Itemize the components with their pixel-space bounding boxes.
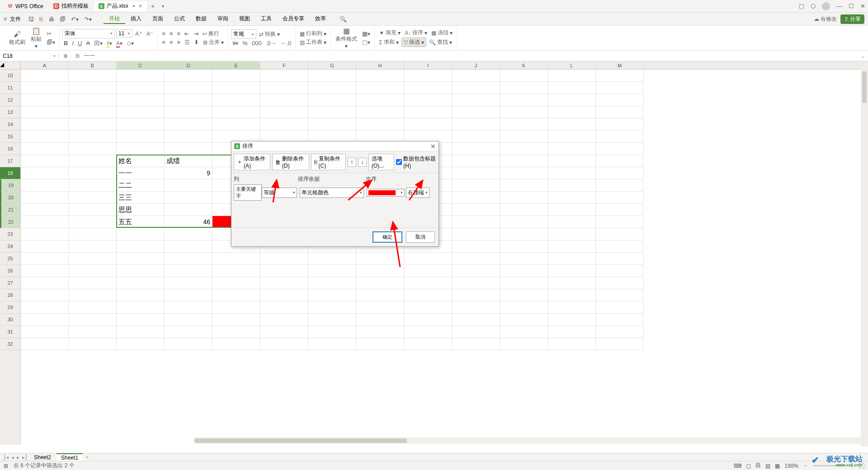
row-header[interactable]: 12 [0,94,20,106]
cell[interactable] [117,314,165,326]
align-middle-icon[interactable]: ≡ [168,30,175,37]
cell[interactable] [212,265,260,277]
cell[interactable] [404,314,452,326]
cell[interactable] [356,301,404,314]
cell[interactable] [500,277,548,289]
row-header[interactable]: 31 [0,326,20,338]
move-up-button[interactable]: ↑ [348,158,356,167]
row-header[interactable]: 18 [0,167,20,179]
cell[interactable] [548,216,596,228]
cell[interactable] [21,240,69,253]
cell[interactable] [21,265,69,277]
ok-button[interactable]: 确定 [373,231,402,243]
cell[interactable] [548,314,596,326]
clear-format-button[interactable]: ◇▾ [125,40,135,47]
preview-icon[interactable]: 🗐 [58,16,67,23]
tab-insert[interactable]: 插入 [125,14,147,24]
cell[interactable] [548,240,596,253]
cell[interactable] [165,228,212,240]
freeze-button[interactable]: ▦冻结▾ [430,29,454,37]
cell[interactable] [356,265,404,277]
cell[interactable] [356,277,404,289]
tab-formula[interactable]: 公式 [169,14,190,24]
cell[interactable]: 二二 [117,179,165,192]
view-break-icon[interactable]: ▦ [775,463,780,469]
cell[interactable] [596,192,644,204]
cell[interactable] [404,338,452,350]
cell[interactable] [308,106,356,118]
cell[interactable] [500,253,548,265]
maximize-button[interactable]: ☐ [849,3,854,9]
export-icon[interactable]: ⎘ [38,16,45,23]
cell[interactable] [596,155,644,167]
sheet-tab[interactable]: Sheet2 [29,454,56,461]
expand-fbar-icon[interactable]: ⌄ [858,53,868,59]
cell[interactable] [260,314,308,326]
close-icon[interactable]: ✕ [138,3,142,9]
cell[interactable] [165,277,212,289]
move-down-button[interactable]: ↓ [358,158,367,167]
cell[interactable] [404,253,452,265]
cell[interactable] [500,131,548,143]
cell[interactable] [596,118,644,131]
cell[interactable] [596,106,644,118]
cell[interactable] [21,106,69,118]
cell[interactable] [548,253,596,265]
cell[interactable] [356,338,404,350]
table-style-icon[interactable]: ▦▾ [361,30,372,37]
cell[interactable] [404,118,452,131]
cell[interactable] [308,265,356,277]
cell[interactable] [596,301,644,314]
cell[interactable] [212,301,260,314]
cell[interactable] [117,289,165,301]
cell[interactable] [596,204,644,216]
cell[interactable] [404,82,452,94]
row-header[interactable]: 13 [0,106,20,118]
cell[interactable] [596,277,644,289]
add-sheet-icon[interactable]: ＋ [83,453,91,461]
cell[interactable] [452,314,500,326]
redo-icon[interactable]: ↷▾ [82,16,94,23]
cell[interactable] [452,82,500,94]
col-header-C[interactable]: C [117,61,165,69]
cell[interactable] [212,106,260,118]
cell[interactable] [404,301,452,314]
bold-button[interactable]: B [62,40,69,47]
options-button[interactable]: 选项(O)... [368,154,395,170]
cell[interactable] [69,338,117,350]
cell[interactable] [69,228,117,240]
cell[interactable] [500,82,548,94]
cell[interactable] [308,338,356,350]
cell[interactable] [69,179,117,192]
cond-format-button[interactable]: ▦条件格式▾ [334,27,359,49]
cell[interactable] [117,143,165,155]
cell[interactable] [500,94,548,106]
cell[interactable] [596,240,644,253]
cell[interactable] [452,277,500,289]
cell[interactable] [548,289,596,301]
cell[interactable] [165,70,212,82]
cell[interactable] [260,338,308,350]
comma-icon[interactable]: 000 [250,40,263,47]
copy-icon[interactable]: 🗐▾ [45,39,57,46]
cell[interactable] [21,301,69,314]
cell[interactable] [308,289,356,301]
justify-icon[interactable]: ☰ [183,39,191,46]
cell[interactable] [452,167,500,179]
undo-icon[interactable]: ↶▾ [69,16,80,23]
cell[interactable] [500,338,548,350]
cell[interactable] [404,94,452,106]
row-header[interactable]: 19 [0,179,20,192]
sort-basis-select[interactable]: 单元格颜色▾ [300,188,364,198]
cell[interactable] [21,118,69,131]
cell[interactable] [548,82,596,94]
cell[interactable] [548,106,596,118]
cell[interactable] [212,338,260,350]
cell[interactable] [500,204,548,216]
cell[interactable] [69,167,117,179]
view-normal-icon[interactable]: 田 [755,462,761,470]
cell[interactable] [212,326,260,338]
cell[interactable] [165,94,212,106]
cell[interactable] [165,326,212,338]
align-left-icon[interactable]: ≡ [160,39,167,46]
